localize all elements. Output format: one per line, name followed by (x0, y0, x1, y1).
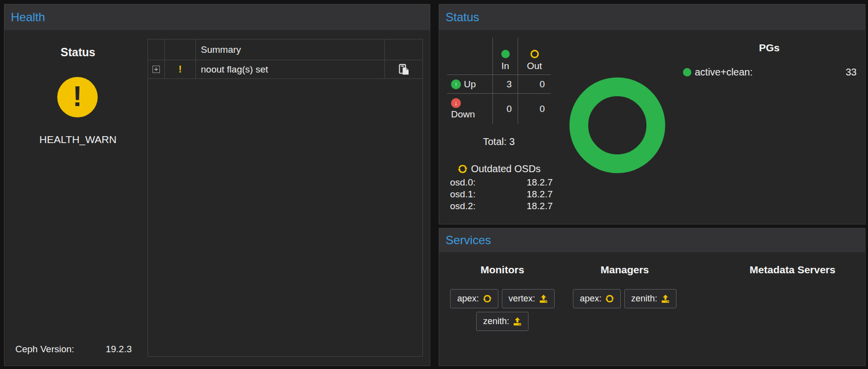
osd-down-out-count: 0 (518, 93, 551, 124)
row-expander-cell: + (148, 60, 165, 78)
grid-corner-cell (447, 37, 492, 74)
services-panel-title: Services (446, 233, 491, 247)
row-action-cell (385, 60, 422, 78)
services-panel: Services Monitors apex: vertex: (439, 228, 866, 366)
upload-icon (513, 317, 522, 326)
monitors-heading: Monitors (439, 263, 566, 277)
osd-version: 18.2.7 (527, 201, 553, 212)
pgs-legend-row: active+clean: 33 (683, 66, 857, 78)
pgs-heading: PGs (720, 42, 819, 54)
monitor-apex-button[interactable]: apex: (450, 289, 498, 308)
sync-icon (458, 164, 467, 174)
services-panel-header: Services (439, 228, 865, 252)
status-panel-header: Status (439, 4, 865, 30)
outdated-osds-label: Outdated OSDs (471, 163, 540, 175)
table-header-row: Summary (148, 39, 422, 60)
copy-icon[interactable] (398, 64, 410, 75)
in-dot-icon (501, 50, 510, 58)
services-panel-body: Monitors apex: vertex: (439, 252, 865, 366)
row-summary-cell: noout flag(s) set (196, 60, 385, 78)
ceph-version-row: Ceph Version: 19.2.3 (15, 344, 132, 355)
out-column-header: Out (518, 37, 551, 74)
table-row[interactable]: + ! noout flag(s) set (148, 60, 422, 79)
arrow-circle-down-icon: ↓ (451, 98, 461, 108)
service-name: zenith: (631, 294, 657, 304)
summary-column-header[interactable]: Summary (196, 39, 385, 60)
up-row-label: Up (464, 79, 476, 90)
down-row-label: Down (451, 109, 492, 120)
outdated-osds-list: osd.0: 18.2.7 osd.1: 18.2.7 osd.2: 18.2.… (450, 177, 553, 212)
pgs-legend-label: active+clean: (695, 67, 753, 78)
in-column-header: In (492, 37, 518, 74)
sync-icon (483, 295, 491, 303)
osd-name: osd.2: (450, 201, 476, 212)
upload-icon (661, 295, 670, 303)
osd-version: 18.2.7 (527, 177, 553, 188)
osd-updown-grid: In Out ↑ Up 3 0 ↓ Down 0 0 (447, 37, 551, 124)
manager-zenith-button[interactable]: zenith: (624, 289, 677, 308)
health-panel-body: Status ! HEALTH_WARN Summary + ! noout f… (4, 30, 430, 366)
health-panel: Health Status ! HEALTH_WARN Summary + ! … (4, 4, 430, 366)
service-name: zenith: (483, 316, 509, 327)
arrow-circle-up-icon: ↑ (451, 79, 461, 89)
sync-icon (605, 295, 614, 303)
ceph-version-value: 19.2.3 (106, 344, 132, 355)
managers-group: Managers apex: zenith: (562, 263, 688, 308)
severity-column-header (165, 39, 196, 60)
status-panel-title: Status (446, 10, 479, 24)
service-name: apex: (457, 294, 479, 304)
in-header-label: In (501, 61, 509, 72)
service-name: apex: (580, 294, 602, 304)
osd-name: osd.0: (450, 177, 476, 188)
warning-exclamation-icon: ! (179, 64, 182, 75)
list-item: osd.1: 18.2.7 (450, 188, 553, 200)
health-panel-header: Health (4, 4, 430, 30)
osd-up-out-count: 0 (518, 74, 551, 93)
monitor-vertex-button[interactable]: vertex: (502, 289, 555, 308)
health-summary-table: Summary + ! noout flag(s) set (148, 39, 423, 357)
status-panel: Status In Out ↑ Up 3 0 ↓ Down 0 0 (439, 4, 866, 224)
action-column-header (385, 39, 422, 60)
health-status-heading: Status (4, 46, 151, 59)
outdated-osds-heading: Outdated OSDs (444, 163, 555, 175)
list-item: osd.2: 18.2.7 (450, 200, 553, 212)
pgs-donut-chart (569, 77, 665, 173)
row-severity-cell: ! (165, 60, 196, 78)
down-row-header: ↓ Down (447, 93, 492, 124)
metadata-servers-group: Metadata Servers (729, 263, 856, 289)
monitors-buttons: apex: vertex: (439, 289, 566, 331)
status-panel-body: In Out ↑ Up 3 0 ↓ Down 0 0 Total: 3 (439, 30, 865, 224)
osd-version: 18.2.7 (527, 189, 553, 200)
service-name: vertex: (509, 294, 535, 304)
health-warning-icon: ! (57, 77, 98, 117)
up-row-header: ↑ Up (447, 74, 492, 93)
active-clean-dot-icon (683, 68, 691, 76)
health-status-value: HEALTH_WARN (4, 134, 151, 146)
out-header-label: Out (527, 61, 542, 72)
osd-up-in-count: 3 (492, 74, 518, 93)
managers-buttons: apex: zenith: (562, 289, 688, 308)
ceph-version-label: Ceph Version: (15, 344, 74, 355)
managers-heading: Managers (562, 263, 688, 277)
manager-apex-button[interactable]: apex: (573, 289, 621, 308)
pgs-legend-value: 33 (846, 67, 857, 78)
exclamation-glyph: ! (73, 82, 82, 111)
metadata-servers-heading: Metadata Servers (729, 263, 856, 277)
expand-row-icon[interactable]: + (152, 66, 160, 73)
monitors-group: Monitors apex: vertex: (439, 263, 566, 331)
health-panel-title: Health (11, 10, 45, 24)
list-item: osd.0: 18.2.7 (450, 177, 553, 188)
osd-total: Total: 3 (447, 136, 551, 148)
upload-icon (539, 295, 548, 303)
osd-name: osd.1: (450, 189, 476, 200)
monitor-zenith-button[interactable]: zenith: (476, 312, 528, 331)
out-ring-icon (530, 50, 539, 58)
osd-down-in-count: 0 (492, 93, 518, 124)
expander-column-header (148, 39, 165, 60)
